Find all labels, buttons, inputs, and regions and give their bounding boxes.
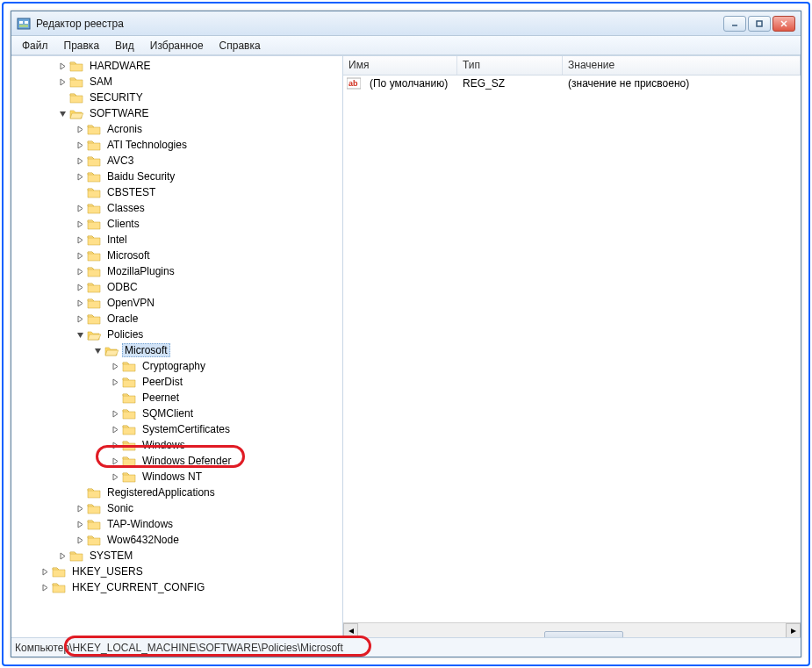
titlebar[interactable]: Редактор реестра: [11, 11, 801, 36]
chevron-right-icon[interactable]: [110, 361, 120, 371]
chevron-right-icon[interactable]: [75, 519, 85, 529]
chevron-right-icon[interactable]: [110, 408, 120, 419]
chevron-right-icon[interactable]: [75, 124, 85, 134]
tree-node[interactable]: Peernet: [15, 390, 342, 406]
value-data: (значение не присвоено): [563, 77, 694, 90]
tree-node[interactable]: Classes: [15, 200, 342, 216]
col-type[interactable]: Тип: [457, 56, 563, 75]
tree-node[interactable]: ODBC: [15, 279, 342, 295]
tree-node[interactable]: Oracle: [15, 311, 342, 327]
tree-node[interactable]: Windows: [15, 437, 342, 453]
chevron-right-icon[interactable]: [75, 155, 85, 166]
chevron-right-icon[interactable]: [75, 298, 85, 308]
chevron-right-icon[interactable]: [110, 440, 120, 450]
chevron-right-icon[interactable]: [110, 471, 120, 482]
chevron-right-icon[interactable]: [110, 456, 120, 466]
status-label: Компьютер: [15, 642, 69, 654]
list-row[interactable]: (По умолчанию) REG_SZ (значение не присв…: [343, 75, 801, 91]
chevron-right-icon[interactable]: [75, 282, 85, 292]
tree-node[interactable]: SECURITY: [15, 90, 342, 105]
maximize-button[interactable]: [748, 16, 771, 32]
tree-node[interactable]: OpenVPN: [15, 295, 342, 311]
minimize-button[interactable]: [723, 16, 746, 32]
tree-node[interactable]: SYSTEM: [15, 548, 342, 564]
folder-icon: [122, 391, 136, 404]
window-title: Редактор реестра: [36, 18, 723, 30]
close-button[interactable]: [772, 16, 795, 32]
folder-icon: [122, 376, 136, 388]
chevron-down-icon[interactable]: [92, 345, 103, 356]
tree-node[interactable]: RegisteredApplications: [15, 485, 342, 500]
menu-view[interactable]: Вид: [108, 38, 141, 54]
menu-edit[interactable]: Правка: [57, 38, 107, 54]
tree-node[interactable]: Cryptography: [15, 358, 342, 374]
chevron-right-icon[interactable]: [75, 266, 85, 277]
folder-icon: [87, 154, 101, 167]
chevron-right-icon[interactable]: [75, 313, 85, 324]
tree-node[interactable]: HARDWARE: [15, 58, 342, 74]
values-pane: Имя Тип Значение (По умолчанию) REG_SZ (…: [343, 56, 801, 637]
tree-node[interactable]: Microsoft: [15, 248, 342, 263]
scroll-left-icon[interactable]: ◂: [343, 623, 358, 638]
col-value[interactable]: Значение: [563, 56, 801, 75]
tree-node[interactable]: AVC3: [15, 153, 342, 169]
chevron-right-icon[interactable]: [110, 424, 120, 435]
tree-node[interactable]: Baidu Security: [15, 169, 342, 184]
chevron-right-icon[interactable]: [75, 234, 85, 245]
tree-node[interactable]: TAP-Windows: [15, 516, 342, 532]
tree-node[interactable]: Sonic: [15, 500, 342, 516]
menu-favorites[interactable]: Избранное: [143, 38, 211, 54]
tree-node[interactable]: CBSTEST: [15, 184, 342, 200]
scroll-thumb[interactable]: [544, 631, 623, 637]
tree-node[interactable]: ATI Technologies: [15, 137, 342, 153]
tree-node[interactable]: Wow6432Node: [15, 532, 342, 548]
tree-node[interactable]: HKEY_USERS: [15, 564, 342, 579]
tree-node[interactable]: Acronis: [15, 121, 342, 137]
value-name: (По умолчанию): [364, 77, 457, 90]
menu-file[interactable]: Файл: [15, 38, 55, 54]
folder-icon: [69, 549, 83, 562]
tree-node[interactable]: HKEY_CURRENT_CONFIG: [15, 579, 342, 595]
chevron-right-icon[interactable]: [75, 219, 85, 229]
chevron-right-icon[interactable]: [40, 566, 50, 577]
status-path: \HKEY_LOCAL_MACHINE\SOFTWARE\Policies\Mi…: [69, 642, 343, 654]
chevron-right-icon[interactable]: [75, 535, 85, 545]
scroll-right-icon[interactable]: ▸: [786, 623, 801, 638]
folder-icon: [87, 202, 101, 214]
chevron-right-icon[interactable]: [110, 377, 120, 387]
folder-open-icon: [69, 107, 83, 119]
chevron-down-icon[interactable]: [75, 329, 85, 340]
tree-node[interactable]: PeerDist: [15, 374, 342, 390]
horizontal-scrollbar[interactable]: ◂ ▸: [343, 622, 801, 637]
chevron-right-icon[interactable]: [75, 171, 85, 182]
tree-node-selected[interactable]: Microsoft: [15, 342, 342, 358]
chevron-right-icon[interactable]: [75, 203, 85, 213]
chevron-right-icon[interactable]: [40, 582, 50, 593]
tree-node[interactable]: Intel: [15, 232, 342, 248]
tree-node[interactable]: MozillaPlugins: [15, 263, 342, 279]
tree-node[interactable]: SystemCertificates: [15, 421, 342, 437]
menu-help[interactable]: Справка: [212, 38, 268, 54]
folder-icon: [87, 233, 101, 246]
chevron-right-icon[interactable]: [75, 140, 85, 150]
chevron-right-icon[interactable]: [75, 250, 85, 261]
chevron-right-icon[interactable]: [57, 550, 68, 561]
tree-node[interactable]: Clients: [15, 216, 342, 232]
folder-icon: [87, 281, 101, 293]
tree-node[interactable]: SAM: [15, 74, 342, 90]
col-name[interactable]: Имя: [343, 56, 457, 75]
tree-pane[interactable]: HARDWARE SAM SECURITY SOFTWARE Acronis A…: [11, 56, 343, 637]
chevron-right-icon[interactable]: [75, 503, 85, 514]
tree-node[interactable]: SQMClient: [15, 406, 342, 421]
folder-icon: [87, 249, 101, 262]
app-icon: [17, 17, 31, 31]
chevron-right-icon[interactable]: [57, 61, 68, 71]
chevron-right-icon[interactable]: [57, 76, 68, 87]
tree-node[interactable]: Policies: [15, 327, 342, 342]
tree-node-windows-defender[interactable]: Windows Defender: [15, 453, 342, 469]
tree-node[interactable]: SOFTWARE: [15, 105, 342, 121]
chevron-down-icon[interactable]: [57, 108, 68, 119]
folder-icon: [122, 455, 136, 467]
folder-icon: [87, 518, 101, 530]
tree-node[interactable]: Windows NT: [15, 469, 342, 485]
